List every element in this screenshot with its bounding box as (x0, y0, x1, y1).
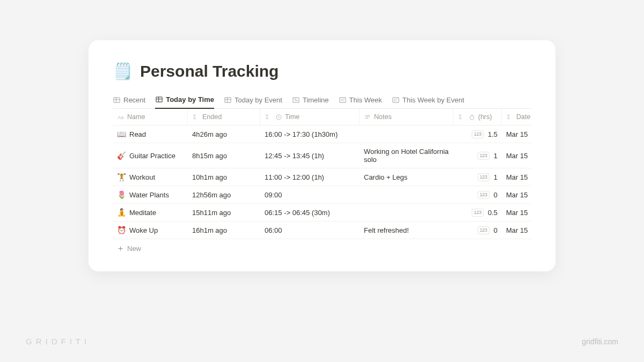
number-badge-icon: 123 (478, 152, 489, 160)
cell-hrs: 1230 (453, 187, 502, 203)
tab-this-week[interactable]: 47 This Week (339, 93, 382, 108)
row-name: Read (129, 130, 146, 138)
cell-notes (360, 208, 453, 217)
cell-name[interactable]: 🌷Water Plants (113, 186, 188, 203)
col-ended[interactable]: Σ Ended (188, 109, 260, 125)
cell-time: 06:00 (260, 222, 360, 239)
col-hrs[interactable]: Σ (hrs) (453, 109, 502, 125)
add-row-button[interactable]: New (113, 239, 531, 258)
tab-label: Today by Event (235, 96, 282, 104)
col-name[interactable]: Aa Name (113, 109, 188, 125)
row-name: Guitar Practice (129, 152, 175, 160)
cell-date: Mar 15 (502, 187, 531, 203)
formula-icon: Σ (506, 113, 514, 121)
hrs-value: 1 (494, 152, 497, 160)
row-name: Water Plants (129, 191, 169, 199)
hrs-value: 0 (494, 191, 497, 199)
cell-date: Mar 15 (502, 147, 531, 164)
app-card: 🗒️ Personal Tracking Recent Today by Tim… (89, 40, 555, 271)
row-emoji: ⏰ (117, 226, 126, 234)
cell-name[interactable]: 📖Read (113, 125, 188, 143)
cell-hrs: 1230.5 (453, 204, 502, 221)
table-row[interactable]: 🎸Guitar Practice 8h15m ago 12:45 -> 13:4… (113, 143, 531, 168)
cell-hrs: 1231 (453, 169, 502, 186)
tab-this-week-by-event[interactable]: 47 This Week by Event (392, 93, 464, 108)
tab-label: This Week (349, 96, 382, 104)
svg-text:Σ: Σ (507, 114, 511, 120)
tab-label: Timeline (303, 96, 329, 104)
page-icon[interactable]: 🗒️ (113, 62, 133, 80)
formula-icon: Σ (458, 113, 465, 121)
cell-name[interactable]: 🏋️Workout (113, 168, 188, 186)
cell-notes (360, 130, 453, 138)
svg-rect-0 (114, 97, 120, 102)
table-icon (224, 96, 232, 104)
table-icon (155, 95, 163, 104)
tab-today-by-time[interactable]: Today by Time (155, 92, 214, 109)
col-label: Notes (374, 113, 392, 121)
col-notes[interactable]: Notes (360, 109, 453, 125)
cell-ended: 10h1m ago (188, 169, 260, 186)
number-badge-icon: 123 (478, 226, 489, 234)
tab-label: This Week by Event (402, 96, 464, 104)
add-row-label: New (127, 245, 141, 253)
row-emoji: 📖 (117, 130, 126, 138)
table-row[interactable]: ⏰Woke Up 16h1m ago 06:00 Felt refreshed!… (113, 221, 531, 239)
tab-label: Today by Time (166, 95, 214, 104)
page-title[interactable]: Personal Tracking (140, 62, 279, 80)
svg-rect-3 (156, 97, 162, 102)
table-row[interactable]: 📖Read 4h26m ago 16:00 -> 17:30 (1h30m) 1… (113, 125, 531, 143)
col-label: Time (285, 113, 299, 121)
svg-text:47: 47 (340, 98, 345, 102)
formula-icon: Σ (192, 113, 200, 121)
col-time[interactable]: Σ Time (260, 109, 360, 125)
cell-date: Mar 15 (502, 204, 531, 221)
row-emoji: 🌷 (117, 190, 126, 199)
number-badge-icon: 123 (478, 191, 489, 199)
svg-rect-9 (293, 97, 299, 102)
cell-ended: 12h56m ago (188, 187, 260, 203)
cell-name[interactable]: ⏰Woke Up (113, 221, 188, 239)
svg-text:Aa: Aa (118, 114, 124, 120)
number-icon: 47 (392, 96, 400, 104)
tab-today-by-event[interactable]: Today by Event (224, 93, 282, 108)
svg-text:Σ: Σ (193, 114, 197, 120)
col-label: (hrs) (478, 113, 492, 121)
stopwatch-icon (468, 113, 475, 121)
hrs-value: 1.5 (488, 130, 497, 138)
cell-hrs: 1231.5 (453, 126, 502, 143)
tab-label: Recent (123, 96, 145, 104)
cell-time: 06:15 -> 06:45 (30m) (260, 204, 360, 221)
row-emoji: 🎸 (117, 151, 126, 160)
page-title-row: 🗒️ Personal Tracking (113, 62, 531, 80)
table-row[interactable]: 🌷Water Plants 12h56m ago 09:00 1230 Mar … (113, 186, 531, 204)
cell-name[interactable]: 🎸Guitar Practice (113, 147, 188, 164)
row-name: Woke Up (129, 226, 158, 234)
tab-timeline[interactable]: Timeline (292, 93, 329, 108)
cell-date: Mar 15 (502, 169, 531, 186)
row-name: Workout (129, 173, 155, 181)
cell-notes: Felt refreshed! (360, 222, 453, 239)
svg-rect-6 (225, 97, 231, 102)
table-header: Aa Name Σ Ended Σ Time (113, 109, 531, 125)
cell-notes: Cardio + Legs (360, 169, 453, 186)
number-badge-icon: 123 (478, 173, 489, 181)
svg-text:47: 47 (394, 98, 398, 102)
table-icon (113, 96, 121, 104)
table-row[interactable]: 🧘Meditate 15h11m ago 06:15 -> 06:45 (30m… (113, 204, 531, 221)
tab-recent[interactable]: Recent (113, 93, 145, 108)
cell-hrs: 1231 (453, 147, 502, 164)
cell-time: 09:00 (260, 187, 360, 203)
col-label: Name (127, 113, 145, 121)
cell-ended: 4h26m ago (188, 126, 260, 143)
col-date[interactable]: Σ Date (502, 109, 531, 125)
cell-ended: 16h1m ago (188, 222, 260, 239)
hrs-value: 0.5 (488, 209, 497, 217)
number-badge-icon: 123 (472, 209, 484, 217)
cell-date: Mar 15 (502, 126, 531, 143)
cell-time: 11:00 -> 12:00 (1h) (260, 169, 360, 186)
text-icon: Aa (117, 113, 125, 121)
table-row[interactable]: 🏋️Workout 10h1m ago 11:00 -> 12:00 (1h) … (113, 168, 531, 186)
number-badge-icon: 123 (472, 130, 484, 138)
cell-name[interactable]: 🧘Meditate (113, 204, 188, 221)
